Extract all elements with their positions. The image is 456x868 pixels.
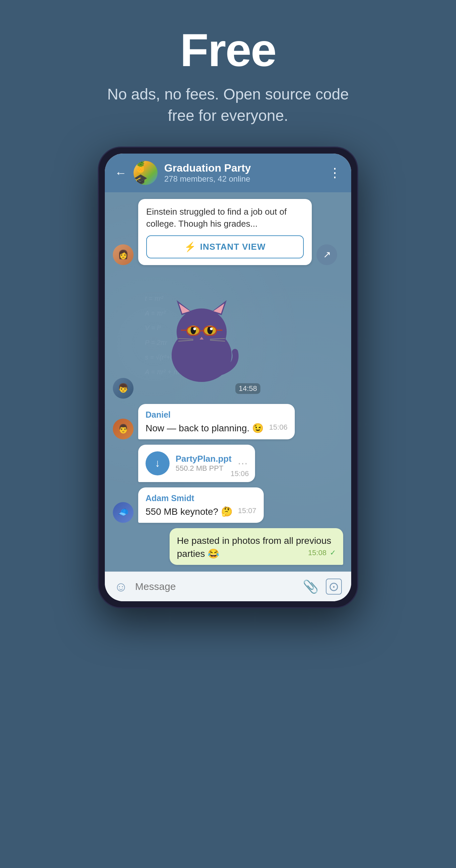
file-bubble: ↓ PartyPlan.ppt 550.2 MB PPT ⋯ 15:06 — [138, 445, 255, 482]
svg-point-1 — [177, 308, 227, 355]
daniel-message-text: Now — back to planning. 😉 — [146, 423, 264, 433]
sender-avatar-girl: 👩 — [113, 244, 133, 265]
chat-header: ← 🍍🎓 Graduation Party 278 members, 42 on… — [105, 154, 351, 192]
sender-avatar-guy1: 👦 — [113, 378, 133, 399]
daniel-sender-name: Daniel — [146, 410, 287, 420]
file-more-options[interactable]: ⋯ — [238, 457, 248, 469]
chat-input-bar: ☺ 📎 ⊙ — [105, 571, 351, 601]
svg-point-8 — [191, 326, 196, 334]
link-bubble: Einstein struggled to find a job out of … — [138, 199, 312, 265]
chat-avatar: 🍍🎓 — [133, 161, 158, 185]
hero-subtitle: No ads, no fees. Open source code free f… — [98, 84, 358, 127]
daniel-message-group: Daniel Now — back to planning. 😉 15:06 — [138, 404, 295, 439]
adam-text-bubble: Adam Smidt 550 MB keynote? 🤔 15:07 — [138, 488, 264, 523]
sticker-area: t = πr² A = πr² V = l³ P = 2πr s = √(r²+… — [138, 272, 265, 399]
daniel-message-time: 15:06 — [269, 423, 287, 432]
forward-button[interactable]: ↗ — [316, 244, 337, 265]
file-size: 550.2 MB PPT — [176, 464, 232, 473]
file-name: PartyPlan.ppt — [176, 454, 232, 464]
emoji-button[interactable]: ☺ — [114, 579, 128, 594]
camera-icon: ⊙ — [329, 579, 339, 594]
own-message-time: 15:08 ✓ — [308, 549, 336, 557]
svg-point-9 — [207, 326, 213, 334]
daniel-message-row: 👨 Daniel Now — back to planning. 😉 15:06 — [113, 404, 343, 439]
link-preview-message: 👩 Einstein struggled to find a job out o… — [113, 199, 343, 265]
instant-view-label: INSTANT VIEW — [200, 242, 265, 252]
attachment-button[interactable]: 📎 — [303, 579, 318, 594]
instant-view-button[interactable]: ⚡ INSTANT VIEW — [146, 235, 304, 258]
adam-message-row: 🧢 Adam Smidt 550 MB keynote? 🤔 15:07 — [113, 488, 343, 523]
phone-screen: ← 🍍🎓 Graduation Party 278 members, 42 on… — [105, 154, 351, 601]
svg-point-11 — [210, 328, 213, 330]
phone-mockup: ← 🍍🎓 Graduation Party 278 members, 42 on… — [98, 147, 358, 609]
sticker-message: 👦 t = πr² A = πr² V = l³ P = 2πr s = √(r… — [113, 272, 343, 399]
own-message-bubble: He pasted in photos from all previous pa… — [170, 528, 343, 565]
hero-section: Free No ads, no fees. Open source code f… — [0, 0, 456, 147]
file-time: 15:06 — [231, 469, 249, 478]
sender-avatar-adam: 🧢 — [113, 502, 133, 523]
adam-message-time: 15:07 — [238, 506, 256, 515]
message-input[interactable] — [135, 581, 296, 592]
back-button[interactable]: ← — [115, 166, 127, 180]
adam-message-text: 550 MB keynote? 🤔 — [146, 506, 233, 517]
adam-sender-name: Adam Smidt — [146, 493, 256, 503]
own-message-row: He pasted in photos from all previous pa… — [113, 528, 343, 565]
file-info: PartyPlan.ppt 550.2 MB PPT — [176, 454, 232, 473]
download-icon: ↓ — [155, 457, 160, 469]
file-message-row: ↓ PartyPlan.ppt 550.2 MB PPT ⋯ 15:06 — [113, 445, 343, 482]
forward-icon: ↗ — [323, 249, 331, 260]
more-options-icon[interactable]: ⋮ — [329, 165, 341, 180]
sender-avatar-daniel: 👨 — [113, 418, 133, 439]
read-tick: ✓ — [330, 549, 336, 557]
chat-body: 👩 Einstein struggled to find a job out o… — [105, 192, 351, 572]
cat-sticker — [155, 285, 248, 385]
avatar-emoji: 🍍🎓 — [133, 161, 158, 185]
chat-name: Graduation Party — [164, 162, 322, 174]
lightning-icon: ⚡ — [184, 241, 196, 252]
link-preview-text: Einstein struggled to find a job out of … — [146, 206, 304, 230]
hero-title: Free — [180, 27, 276, 73]
download-button[interactable]: ↓ — [146, 452, 170, 475]
daniel-text-bubble: Daniel Now — back to planning. 😉 15:06 — [138, 404, 295, 439]
chat-info: Graduation Party 278 members, 42 online — [164, 162, 322, 184]
svg-point-10 — [193, 328, 196, 330]
spacer — [113, 461, 133, 482]
chat-members: 278 members, 42 online — [164, 174, 322, 184]
camera-button[interactable]: ⊙ — [326, 579, 342, 595]
